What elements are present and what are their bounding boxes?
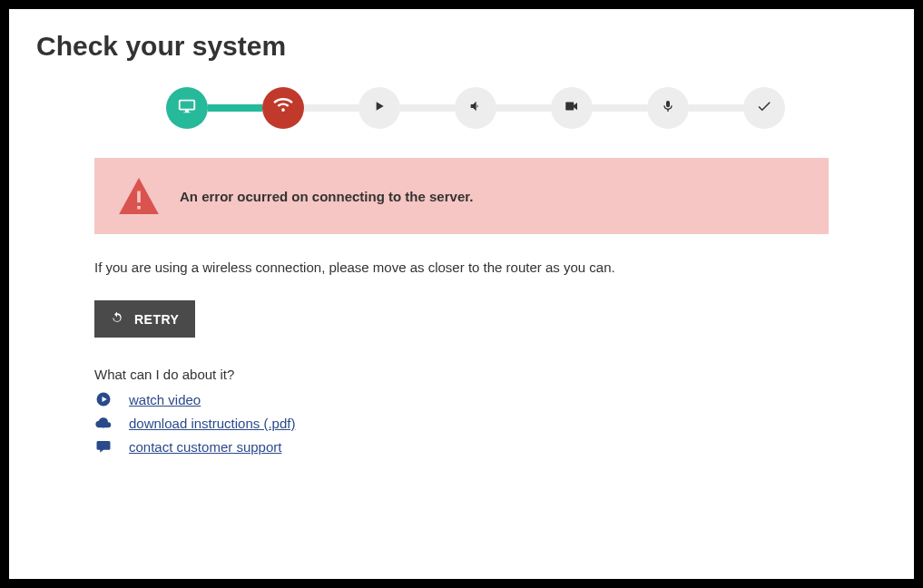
help-item-download: download instructions (.pdf) [94, 415, 829, 431]
watch-video-link[interactable]: watch video [129, 392, 201, 407]
volume-icon [468, 99, 483, 118]
step-connector [400, 104, 455, 112]
help-item-support: contact customer support [94, 438, 829, 455]
help-item-video: watch video [94, 391, 829, 407]
help-title: What can I do about it? [94, 367, 829, 382]
check-icon [756, 98, 772, 119]
system-check-stepper [94, 87, 829, 129]
help-list: watch video download instructions (.pdf)… [94, 391, 829, 455]
step-play [358, 87, 400, 129]
wifi-icon [273, 96, 293, 121]
refresh-icon [111, 311, 123, 327]
play-icon [372, 99, 387, 118]
step-done [743, 87, 785, 129]
step-connector [208, 104, 262, 112]
play-circle-icon [94, 391, 113, 407]
retry-button-label: RETRY [134, 312, 179, 327]
error-message: An error ocurred on connecting to the se… [180, 189, 473, 204]
step-connector [304, 104, 358, 112]
step-microphone [647, 87, 689, 129]
step-camera [551, 87, 593, 129]
retry-button[interactable]: RETRY [94, 300, 195, 338]
step-connector [496, 104, 551, 112]
step-wifi [262, 87, 304, 129]
instruction-text: If you are using a wireless connection, … [94, 260, 829, 275]
step-connector [689, 104, 743, 112]
warning-icon [118, 178, 160, 214]
download-instructions-link[interactable]: download instructions (.pdf) [129, 416, 295, 431]
error-alert: An error ocurred on connecting to the se… [94, 158, 829, 234]
step-volume [455, 87, 496, 129]
cloud-download-icon [94, 415, 113, 431]
page-title: Check your system [36, 31, 887, 62]
step-monitor [166, 87, 208, 129]
video-icon [564, 98, 580, 119]
monitor-icon [177, 96, 197, 121]
chat-icon [94, 438, 113, 455]
step-connector [593, 104, 647, 112]
contact-support-link[interactable]: contact customer support [129, 439, 281, 455]
microphone-icon [661, 99, 675, 118]
